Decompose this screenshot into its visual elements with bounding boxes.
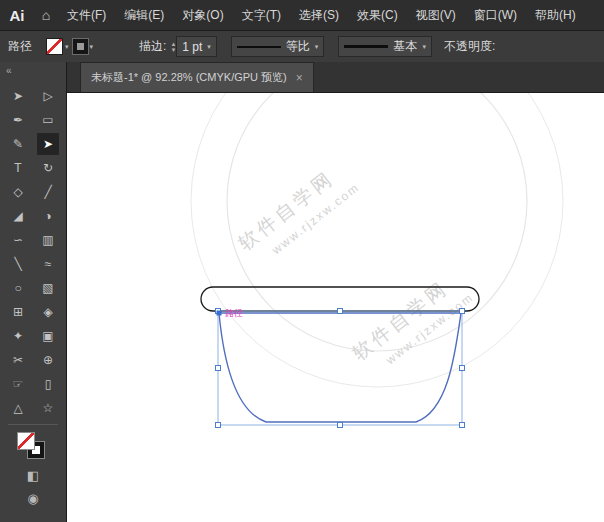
- canvas[interactable]: 软件自学网 www.rjzxw.com 软件自学网 www.rjzxw.com: [67, 93, 604, 522]
- ellipse-tool[interactable]: ○: [7, 277, 29, 299]
- toolbar-divider: [8, 424, 58, 425]
- anchor-point-selected[interactable]: [217, 311, 222, 316]
- menu-item-4[interactable]: 选择(S): [290, 7, 348, 24]
- close-icon[interactable]: ×: [296, 71, 303, 85]
- zoom-tool[interactable]: ⊕: [37, 349, 59, 371]
- brush-preview-icon: [344, 45, 388, 48]
- slice-tool[interactable]: ╲: [7, 253, 29, 275]
- fill-color-picker[interactable]: ▾: [46, 38, 69, 55]
- handle-middle-right[interactable]: [460, 366, 465, 371]
- width-tool[interactable]: ≈: [37, 253, 59, 275]
- paintbrush-tool[interactable]: ✎: [7, 133, 29, 155]
- curvature-tool[interactable]: ∽: [7, 229, 29, 251]
- rectangle-tool[interactable]: ▭: [37, 109, 59, 131]
- symbol-sprayer-tool[interactable]: ✦: [7, 325, 29, 347]
- document-tab[interactable]: 未标题-1* @ 92.28% (CMYK/GPU 预览) ×: [80, 62, 314, 92]
- selection-type-label: 路径: [8, 38, 32, 55]
- artboard-tool[interactable]: ▯: [37, 373, 59, 395]
- selection-tool[interactable]: ➤: [37, 133, 59, 155]
- menu-item-2[interactable]: 对象(O): [173, 7, 232, 24]
- screen-mode-icon[interactable]: ◉: [22, 488, 44, 508]
- pen-tool[interactable]: ✒: [7, 109, 29, 131]
- stroke-swatch-icon: [73, 39, 88, 54]
- stroke-weight-label: 描边:: [139, 38, 166, 55]
- control-bar: 路径 ▾ ▾ 描边: ▲ ▼ 1 pt ▾ 等比 ▾ 基本 ▾ 不透明度:: [0, 31, 604, 63]
- watermark: 软件自学网 www.rjzxw.com 软件自学网 www.rjzxw.com: [191, 93, 563, 387]
- width-profile-select[interactable]: 等比 ▾: [231, 36, 325, 57]
- hand-tool[interactable]: ☞: [7, 373, 29, 395]
- column-graph-tool[interactable]: ▥: [37, 229, 59, 251]
- chevron-down-icon: ▾: [422, 43, 426, 51]
- brush-definition-value: 基本: [393, 38, 417, 55]
- eraser-tool[interactable]: ◇: [7, 181, 29, 203]
- fill-none-swatch-icon: [46, 38, 63, 55]
- star-tool[interactable]: ☆: [37, 397, 59, 419]
- menu-item-7[interactable]: 窗口(W): [465, 7, 526, 24]
- tool-grid: ➤▷✒▭✎➤T↻◇╱◢◑∽▥╲≈○▧⊞◈✦▣✂⊕☞▯△☆: [0, 83, 66, 419]
- draw-mode-icon[interactable]: ◧: [22, 465, 44, 485]
- artboard[interactable]: 软件自学网 www.rjzxw.com 软件自学网 www.rjzxw.com: [67, 93, 604, 522]
- menu-item-8[interactable]: 帮助(H): [526, 7, 585, 24]
- mesh-tool[interactable]: ⊞: [7, 301, 29, 323]
- knife-tool[interactable]: ╱: [37, 181, 59, 203]
- menu-item-3[interactable]: 文字(T): [233, 7, 290, 24]
- handle-top-right[interactable]: [460, 309, 465, 314]
- handle-bottom-center[interactable]: [338, 423, 343, 428]
- opacity-label: 不透明度:: [444, 38, 495, 55]
- gradient-tool[interactable]: ▧: [37, 277, 59, 299]
- menu-item-5[interactable]: 效果(C): [348, 7, 407, 24]
- illustrator-window: Ai ⌂ 文件(F)编辑(E)对象(O)文字(T)选择(S)效果(C)视图(V)…: [0, 0, 604, 522]
- type-tool[interactable]: T: [7, 157, 29, 179]
- chevron-down-icon: ▾: [65, 43, 69, 51]
- chevron-down-icon: ▾: [90, 43, 94, 51]
- path-tooltip-label: 路径: [225, 308, 243, 318]
- width-profile-value: 等比: [286, 38, 310, 55]
- shape-builder-tool[interactable]: ◈: [37, 301, 59, 323]
- fill-stroke-indicator[interactable]: [15, 431, 51, 461]
- scissors-tool[interactable]: ✂: [7, 349, 29, 371]
- document-area: 未标题-1* @ 92.28% (CMYK/GPU 预览) × 软件自学网 ww…: [67, 62, 604, 522]
- handle-bottom-right[interactable]: [460, 423, 465, 428]
- app-logo: Ai: [0, 7, 34, 24]
- menu-bar: Ai ⌂ 文件(F)编辑(E)对象(O)文字(T)选择(S)效果(C)视图(V)…: [0, 0, 604, 31]
- rotate-tool[interactable]: ↻: [37, 157, 59, 179]
- stroke-weight-select[interactable]: 1 pt ▾: [176, 36, 217, 57]
- perspective-grid-tool[interactable]: △: [7, 397, 29, 419]
- tools-panel: « ➤▷✒▭✎➤T↻◇╱◢◑∽▥╲≈○▧⊞◈✦▣✂⊕☞▯△☆ ◧◉: [0, 62, 67, 522]
- fill-indicator-icon[interactable]: [17, 432, 35, 450]
- group-selection-tool[interactable]: ➤: [7, 85, 29, 107]
- handle-middle-left[interactable]: [216, 366, 221, 371]
- toolbar-bottom: ◧◉: [0, 465, 66, 508]
- stroke-color-picker[interactable]: ▾: [73, 39, 94, 54]
- menu-items: 文件(F)编辑(E)对象(O)文字(T)选择(S)效果(C)视图(V)窗口(W)…: [58, 7, 585, 24]
- brush-definition-select[interactable]: 基本 ▾: [338, 36, 432, 57]
- document-tab-bar: 未标题-1* @ 92.28% (CMYK/GPU 预览) ×: [67, 62, 604, 93]
- direct-selection-tool[interactable]: ▷: [37, 85, 59, 107]
- menu-item-6[interactable]: 视图(V): [407, 7, 465, 24]
- collapse-panel-icon[interactable]: «: [0, 62, 66, 83]
- document-tab-title: 未标题-1* @ 92.28% (CMYK/GPU 预览): [91, 70, 287, 85]
- blend-tool[interactable]: ◑: [37, 205, 59, 227]
- handle-top-center[interactable]: [338, 309, 343, 314]
- menu-item-0[interactable]: 文件(F): [58, 7, 115, 24]
- eyedropper-tool[interactable]: ◢: [7, 205, 29, 227]
- handle-bottom-left[interactable]: [216, 423, 221, 428]
- width-profile-preview-icon: [237, 46, 281, 48]
- free-transform-tool[interactable]: ▣: [37, 325, 59, 347]
- stroke-weight-value: 1 pt: [182, 40, 202, 54]
- home-icon[interactable]: ⌂: [34, 7, 58, 23]
- chevron-down-icon: ▾: [207, 43, 211, 51]
- chevron-down-icon: ▾: [315, 43, 319, 51]
- menu-item-1[interactable]: 编辑(E): [115, 7, 173, 24]
